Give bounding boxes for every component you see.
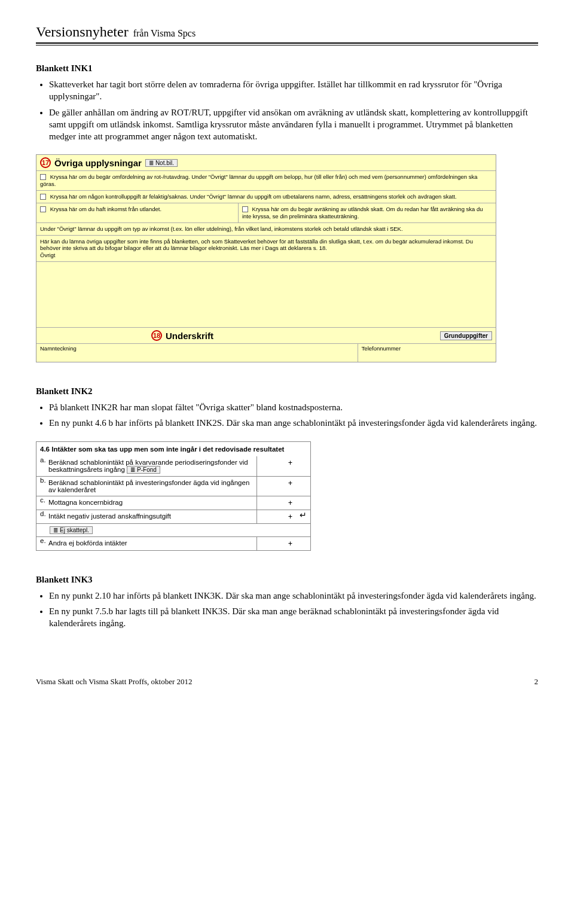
enter-arrow-icon[interactable]: ↵: [296, 510, 310, 523]
ink2-row-a: a. Beräknad schablonintäkt på kvarvarand…: [36, 456, 310, 477]
form17-row4: Här kan du lämna övriga uppgifter som in…: [36, 236, 496, 263]
form17-title: Övriga upplysningar: [54, 158, 142, 168]
list-icon: ≣: [149, 160, 154, 166]
grunduppgifter-button[interactable]: Grunduppgifter: [440, 331, 492, 340]
ink2-row-b: b. Beräknad schablonintäkt på investerin…: [36, 477, 310, 496]
ink2-e-label: e.: [36, 537, 48, 550]
ink2-a-plus[interactable]: +: [257, 456, 296, 476]
form17-ovrigt-label: Övrigt: [40, 252, 55, 258]
ink2-bullet-2: En ny punkt 4.6 b har införts på blanket…: [49, 417, 538, 429]
form18-title: Underskrift: [166, 331, 213, 341]
ink2-b-plus[interactable]: +: [257, 477, 296, 496]
ink2-bullet-1: På blankett INK2R har man slopat fältet …: [49, 401, 538, 413]
header-subtitle: från Visma Spcs: [133, 28, 196, 39]
header-rule-thin: [36, 45, 538, 45]
section-title-ink2: Blankett INK2: [36, 386, 538, 397]
ink2-c-label: c.: [36, 496, 48, 510]
notbil-label: Not.bil.: [155, 160, 174, 166]
ink1-bullet-2: De gäller anhållan om ändring av ROT/RUT…: [49, 106, 538, 143]
ink2-row-d: d. Intäkt negativ justerad anskaffningsu…: [36, 510, 310, 524]
checkbox[interactable]: [40, 194, 46, 200]
form18-sign-row: Namnteckning Telefonnummer: [36, 344, 496, 362]
form17-box: 17 Övriga upplysningar ≣ Not.bil. Kryssa…: [36, 154, 496, 362]
ink3-bullet-list: En ny punkt 2.10 har införts på blankett…: [36, 590, 538, 630]
footer-left: Visma Skatt och Visma Skatt Proffs, okto…: [36, 677, 193, 687]
form18-wrap: 18 Underskrift Grunduppgifter Namnteckni…: [36, 328, 496, 362]
ink2-d-text: Intäkt negativ justerad anskaffningsutgi…: [48, 510, 257, 523]
header-rule-thick: [36, 42, 538, 44]
header-title: Versionsnyheter: [36, 24, 129, 40]
ink2-form-wrap: 4.6 Intäkter som ska tas upp men som int…: [36, 441, 538, 551]
section-title-ink3: Blankett INK3: [36, 575, 538, 585]
ink2-bullet-list: På blankett INK2R har man slopat fältet …: [36, 401, 538, 429]
ink2-form-head: 4.6 Intäkter som ska tas upp men som int…: [36, 442, 310, 456]
ink2-d-plus[interactable]: +: [257, 510, 296, 523]
ink1-bullet-1: Skatteverket har tagit bort större delen…: [49, 78, 538, 103]
phone-field-label[interactable]: Telefonnummer: [358, 344, 496, 362]
form17-row1: Kryssa här om du begär omfördelning av r…: [36, 171, 496, 191]
ink2-d-label: d.: [36, 510, 48, 523]
checkbox[interactable]: [242, 206, 248, 212]
checkbox[interactable]: [40, 174, 46, 180]
ink1-bullet-list: Skatteverket har tagit bort större delen…: [36, 78, 538, 142]
ej-skattepl-button[interactable]: ≣ Ej skattepl.: [50, 526, 93, 534]
ink2-row-c: c. Mottagna koncernbidrag +: [36, 496, 310, 510]
list-icon: ≣: [53, 527, 58, 533]
notbil-button[interactable]: ≣ Not.bil.: [145, 159, 178, 167]
form17-row3: Kryssa här om du haft inkomst från utlan…: [36, 203, 496, 223]
ink3-bullet-1: En ny punkt 2.10 har införts på blankett…: [49, 590, 538, 602]
ink2-row-e: e. Andra ej bokförda intäkter +: [36, 537, 310, 550]
ink2-b-label: b.: [36, 477, 48, 496]
form17-wrap: 17 Övriga upplysningar ≣ Not.bil. Kryssa…: [36, 154, 538, 362]
form18-number-icon: 18: [151, 330, 162, 341]
form17-row3-under: Under "Övrigt" lämnar du uppgift om typ …: [36, 223, 496, 236]
ink3-bullet-2: En ny punkt 7.5.b har lagts till på blan…: [49, 605, 538, 630]
form17-row2: Kryssa här om någon kontrolluppgift är f…: [36, 191, 496, 203]
ink2-form-box: 4.6 Intäkter som ska tas upp men som int…: [36, 441, 311, 551]
form17-row2-text: Kryssa här om någon kontrolluppgift är f…: [50, 193, 457, 200]
section-title-ink1: Blankett INK1: [36, 63, 538, 74]
pfond-button[interactable]: ≣ P-Fond: [127, 466, 160, 474]
ink2-b-text: Beräknad schablonintäkt på investeringsf…: [48, 477, 257, 496]
ink2-e-plus[interactable]: +: [257, 537, 296, 550]
ink2-e-text: Andra ej bokförda intäkter: [48, 537, 257, 550]
ink2-a-label: a.: [36, 456, 48, 476]
list-icon: ≣: [130, 466, 135, 473]
form17-number-icon: 17: [40, 157, 51, 168]
form17-row4-text: Här kan du lämna övriga uppgifter som in…: [40, 238, 473, 252]
ink2-c-plus[interactable]: +: [257, 496, 296, 510]
page-header: Versionsnyheter från Visma Spcs: [36, 24, 538, 40]
page-number: 2: [535, 677, 539, 687]
form17-row3-left: Kryssa här om du haft inkomst från utlan…: [50, 206, 161, 212]
page-footer: Visma Skatt och Visma Skatt Proffs, okto…: [36, 677, 538, 687]
ink2-c-text: Mottagna koncernbidrag: [48, 496, 257, 510]
ink2-ejskat-row: ≣ Ej skattepl.: [36, 524, 310, 537]
form17-row1-text: Kryssa här om du begär omfördelning av r…: [40, 173, 477, 187]
name-field-label[interactable]: Namnteckning: [36, 344, 358, 362]
checkbox[interactable]: [40, 206, 46, 212]
form17-textarea[interactable]: [36, 262, 496, 328]
form17-row3-right: Kryssa här om du begär avräkning av utlä…: [242, 206, 483, 219]
